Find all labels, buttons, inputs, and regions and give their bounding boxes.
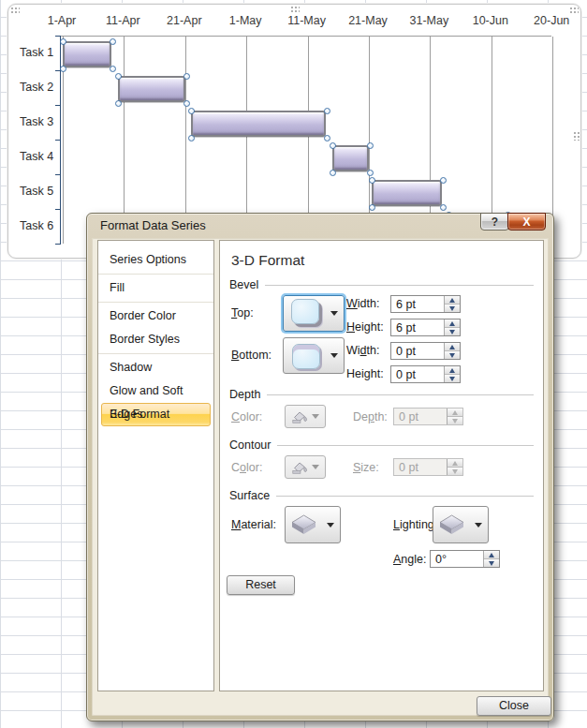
spin-down-button[interactable] [445,327,460,335]
chevron-down-icon [475,523,482,527]
lighting-dropdown[interactable] [433,506,489,543]
selection-handle[interactable] [183,73,190,80]
close-window-button[interactable]: X [507,213,546,230]
gantt-bar[interactable] [332,145,369,171]
x-axis-tick-label[interactable]: 1-May [229,14,262,27]
bevel-bottom-dropdown[interactable] [283,337,345,374]
y-axis-tick [55,105,61,106]
help-button[interactable]: ? [480,213,509,230]
bevel-top-dropdown[interactable] [283,295,345,332]
chart-grip-top-right[interactable] [569,7,579,13]
chart-grip-top-center[interactable] [290,6,300,12]
x-axis-tick-label[interactable]: 31-May [410,14,449,27]
x-axis-tick-label[interactable]: 10-Jun [473,14,508,27]
gantt-bar[interactable] [63,41,111,67]
top-width-label: Width: [346,297,379,310]
reset-button[interactable]: Reset [227,575,295,595]
x-axis-tick-label[interactable]: 1-Apr [48,14,77,27]
dialog-sidebar: Series Options Fill Border Color Border … [97,240,214,691]
sidebar-item-border-styles[interactable]: Border Styles [98,328,213,351]
y-axis-category-label[interactable]: Task 2 [20,81,61,96]
sidebar-item-fill[interactable]: Fill [98,276,213,300]
contour-size-spinner: 0 pt [393,458,463,476]
material-label: Material: [231,518,276,531]
selection-handle[interactable] [110,66,116,72]
spin-down-button[interactable] [445,350,460,359]
top-height-label: Height: [346,320,384,334]
chart-grip-right-center[interactable] [573,131,580,141]
depth-color-dropdown [285,405,326,428]
depth-group-header: Depth [229,388,534,401]
bottom-width-spinner[interactable]: 0 pt [390,342,461,360]
contour-size-label: Size: [353,461,379,474]
x-axis-tick-label[interactable]: 20-Jun [534,14,569,27]
selection-handle[interactable] [115,73,122,80]
selection-handle[interactable] [440,204,447,211]
selection-handle[interactable] [110,38,116,45]
sidebar-item-3d-format[interactable]: 3-D Format [101,403,211,426]
x-axis-tick-label[interactable]: 21-May [348,14,388,27]
selection-handle[interactable] [60,38,66,45]
paint-bucket-icon [291,460,308,474]
close-icon: X [522,215,530,229]
selection-handle[interactable] [367,170,374,176]
spin-up-button[interactable] [445,319,460,327]
top-height-spinner[interactable]: 6 pt [390,319,461,336]
angle-spinner[interactable]: 0° [430,550,500,568]
selection-handle[interactable] [60,66,66,72]
material-dropdown[interactable] [285,506,341,543]
gantt-bar[interactable] [191,111,326,137]
selection-handle[interactable] [369,204,375,211]
chevron-down-icon [312,414,319,419]
y-axis-category-label[interactable]: Task 3 [20,115,61,130]
format-data-series-dialog: Format Data Series ? X Series Options Fi… [86,213,554,721]
sidebar-item-shadow[interactable]: Shadow [98,356,213,379]
selection-handle[interactable] [440,177,447,184]
close-button[interactable]: Close [477,696,551,716]
contour-color-dropdown [285,455,326,479]
y-axis-tick [55,140,61,141]
spin-up-button[interactable] [445,343,460,350]
selection-handle[interactable] [367,142,374,149]
y-axis-category-label[interactable]: Task 4 [20,150,61,165]
dialog-main-panel: 3-D Format Bevel Top: Width: 6 pt [219,240,544,691]
spin-down-button[interactable] [445,374,460,382]
spin-down-button[interactable] [484,558,499,567]
spin-up-button[interactable] [445,366,460,374]
sidebar-item-glow-soft-edges[interactable]: Glow and Soft Edges [98,379,213,403]
selection-handle[interactable] [369,177,375,184]
top-width-spinner[interactable]: 6 pt [390,295,461,313]
x-axis-tick-label[interactable]: 11-May [287,14,326,27]
selection-handle[interactable] [115,100,122,107]
chevron-down-icon [330,311,338,316]
x-axis-tick-label[interactable]: 11-Apr [106,14,140,27]
spin-up-button[interactable] [484,551,499,558]
sidebar-item-border-color[interactable]: Border Color [98,305,213,328]
selection-handle[interactable] [324,108,330,114]
chevron-down-icon [327,523,334,527]
chart-grip-top-left[interactable] [10,7,20,13]
selection-handle[interactable] [183,100,190,107]
paint-bucket-icon [291,409,308,423]
bottom-height-label: Height: [346,367,384,380]
sidebar-item-series-options[interactable]: Series Options [98,248,213,272]
y-axis-category-label[interactable]: Task 6 [20,219,61,234]
spin-up-button[interactable] [445,296,460,304]
selection-handle[interactable] [330,142,336,149]
sidebar-separator [98,353,213,354]
y-axis-tick [55,36,61,37]
selection-handle[interactable] [330,170,336,176]
x-axis-tick-label[interactable]: 21-Apr [167,14,202,27]
spin-down-button[interactable] [445,304,460,312]
gantt-bar[interactable] [372,180,442,206]
sidebar-separator [98,274,213,275]
bottom-height-spinner[interactable]: 0 pt [390,365,461,383]
selection-handle[interactable] [324,135,330,141]
contour-group-header: Contour [229,438,534,452]
y-axis-category-label[interactable]: Task 1 [20,46,61,61]
bevel-bottom-preview-icon [292,344,320,369]
y-axis-category-label[interactable]: Task 5 [20,185,61,200]
selection-handle[interactable] [188,108,195,114]
gantt-bar[interactable] [118,76,185,102]
selection-handle[interactable] [188,135,195,141]
